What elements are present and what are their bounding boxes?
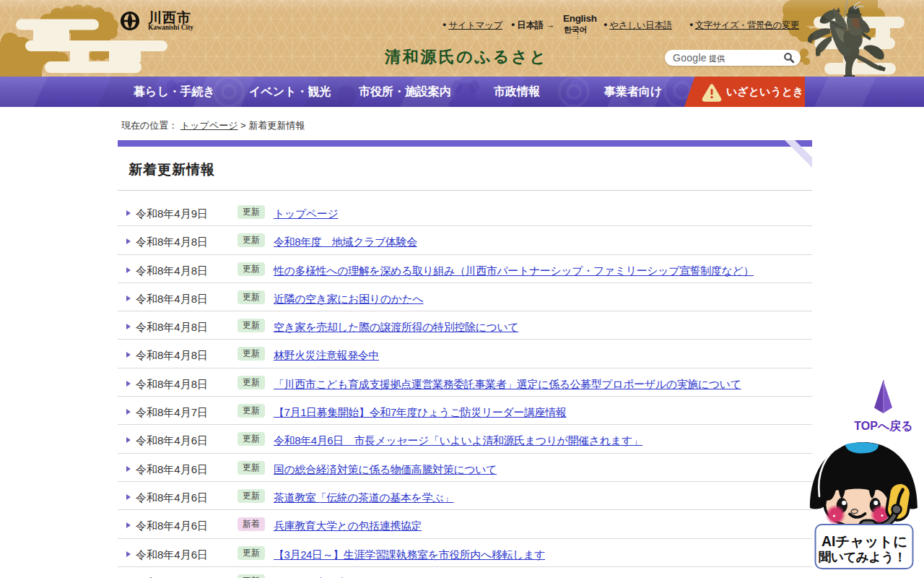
svg-text:聞いてみよう！: 聞いてみよう！ bbox=[819, 550, 906, 564]
svg-text:AIチャットに: AIチャットに bbox=[821, 533, 907, 549]
